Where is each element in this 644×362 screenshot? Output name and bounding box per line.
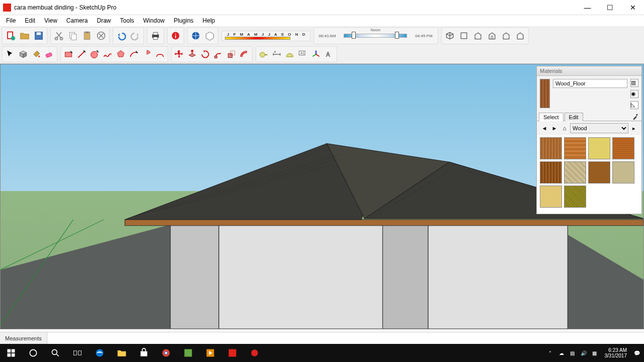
menu-plugins[interactable]: Plugins bbox=[170, 16, 197, 25]
save-file-button[interactable] bbox=[32, 29, 46, 43]
menu-tools[interactable]: Tools bbox=[116, 16, 138, 25]
line-tool[interactable] bbox=[75, 48, 88, 61]
menu-draw[interactable]: Draw bbox=[93, 16, 115, 25]
taskbar-chrome[interactable] bbox=[155, 344, 177, 362]
tape-measure-tool[interactable] bbox=[257, 48, 270, 61]
redo-button[interactable] bbox=[128, 29, 142, 43]
material-swatch[interactable] bbox=[540, 137, 562, 159]
3d-text-tool[interactable] bbox=[323, 48, 336, 61]
left-view-button[interactable] bbox=[513, 29, 527, 43]
material-swatch[interactable] bbox=[612, 161, 634, 184]
material-name-input[interactable] bbox=[553, 79, 627, 88]
cut-button[interactable] bbox=[52, 29, 66, 43]
3d-warehouse-button[interactable] bbox=[203, 29, 217, 43]
undo-button[interactable] bbox=[114, 29, 128, 43]
menu-help[interactable]: Help bbox=[199, 16, 219, 25]
copy-button[interactable] bbox=[66, 29, 80, 43]
taskbar-edge[interactable] bbox=[89, 344, 111, 362]
display-secondary-pane-button[interactable]: ▥ bbox=[630, 79, 638, 87]
dimensions-tool[interactable] bbox=[270, 48, 283, 61]
default-material-button[interactable]: ◺ bbox=[630, 101, 638, 109]
taskbar-media[interactable] bbox=[199, 344, 221, 362]
material-swatch[interactable] bbox=[588, 161, 610, 184]
eraser-tool[interactable] bbox=[43, 48, 56, 61]
followme-tool[interactable] bbox=[212, 48, 225, 61]
arc-tool[interactable] bbox=[127, 48, 140, 61]
delete-button[interactable] bbox=[94, 29, 108, 43]
move-tool[interactable] bbox=[173, 48, 186, 61]
text-tool[interactable]: A1 bbox=[296, 48, 309, 61]
protractor-tool[interactable] bbox=[283, 48, 296, 61]
scale-tool[interactable] bbox=[225, 48, 238, 61]
materials-tab-edit[interactable]: Edit bbox=[565, 113, 583, 121]
make-component-tool[interactable] bbox=[17, 48, 30, 61]
material-swatch[interactable] bbox=[564, 161, 586, 184]
library-menu-button[interactable]: ▸ bbox=[629, 124, 638, 133]
nav-home-button[interactable]: ⌂ bbox=[560, 124, 569, 133]
select-tool[interactable] bbox=[4, 48, 17, 61]
close-button[interactable]: ✕ bbox=[621, 0, 644, 15]
tray-onedrive-icon[interactable]: ☁ bbox=[557, 349, 566, 357]
taskbar-explorer[interactable] bbox=[111, 344, 133, 362]
maximize-button[interactable]: ☐ bbox=[599, 0, 621, 15]
new-file-button[interactable] bbox=[4, 29, 18, 43]
menu-view[interactable]: View bbox=[40, 16, 61, 25]
taskbar-store[interactable] bbox=[133, 344, 155, 362]
print-button[interactable] bbox=[148, 29, 163, 43]
material-swatch[interactable] bbox=[564, 137, 586, 159]
tray-clock[interactable]: 6:23 AM 3/31/2017 bbox=[602, 347, 630, 358]
nav-forward-button[interactable]: ► bbox=[550, 124, 559, 133]
tray-volume-icon[interactable]: 🔊 bbox=[580, 349, 588, 357]
polygon-tool[interactable] bbox=[114, 48, 127, 61]
rotate-tool[interactable] bbox=[199, 48, 212, 61]
start-button[interactable] bbox=[0, 344, 22, 362]
model-info-button[interactable] bbox=[169, 29, 183, 43]
menu-window[interactable]: Window bbox=[139, 16, 169, 25]
open-file-button[interactable] bbox=[18, 29, 32, 43]
tray-chevron-up-icon[interactable]: ˄ bbox=[546, 349, 554, 357]
circle-tool[interactable] bbox=[88, 48, 101, 61]
front-view-button[interactable] bbox=[471, 29, 485, 43]
measurements-input[interactable] bbox=[47, 332, 644, 344]
axes-tool[interactable] bbox=[309, 48, 323, 61]
cortana-button[interactable] bbox=[22, 344, 44, 362]
material-swatch[interactable] bbox=[588, 137, 610, 159]
task-view-button[interactable] bbox=[66, 344, 89, 362]
nav-back-button[interactable]: ◄ bbox=[540, 124, 549, 133]
pushpull-tool[interactable] bbox=[186, 48, 199, 61]
tray-language-icon[interactable]: ▦ bbox=[591, 349, 599, 357]
sample-paint-button[interactable] bbox=[631, 113, 639, 121]
minimize-button[interactable]: — bbox=[576, 0, 599, 15]
menu-edit[interactable]: Edit bbox=[21, 16, 39, 25]
taskbar-recorder[interactable] bbox=[244, 344, 266, 362]
rectangle-tool[interactable] bbox=[62, 48, 75, 61]
taskbar-sketchup[interactable] bbox=[221, 344, 244, 362]
material-library-select[interactable]: Wood bbox=[570, 123, 628, 133]
right-view-button[interactable] bbox=[485, 29, 499, 43]
current-material-swatch[interactable] bbox=[540, 79, 550, 108]
back-view-button[interactable] bbox=[499, 29, 513, 43]
material-swatch[interactable] bbox=[540, 186, 562, 208]
menu-camera[interactable]: Camera bbox=[62, 16, 92, 25]
month-slider[interactable]: J F M A M J J A S O N D bbox=[225, 32, 307, 40]
material-swatch[interactable] bbox=[612, 137, 634, 159]
taskbar-app-green[interactable] bbox=[177, 344, 199, 362]
menu-file[interactable]: File bbox=[2, 16, 20, 25]
paste-button[interactable] bbox=[80, 29, 94, 43]
search-button[interactable] bbox=[44, 344, 66, 362]
materials-panel-title[interactable]: Materials bbox=[537, 66, 641, 76]
create-material-button[interactable]: ◉ bbox=[630, 90, 638, 98]
material-swatch[interactable] bbox=[540, 161, 562, 184]
tray-network-icon[interactable]: ▤ bbox=[569, 349, 577, 357]
3pt-arc-tool[interactable] bbox=[153, 48, 167, 61]
materials-tab-select[interactable]: Select bbox=[539, 113, 564, 121]
time-slider[interactable]: Noon bbox=[338, 29, 413, 43]
extension-warehouse-button[interactable] bbox=[189, 29, 203, 43]
freehand-tool[interactable] bbox=[101, 48, 114, 61]
tray-notifications-icon[interactable]: 💬 bbox=[633, 349, 641, 357]
top-view-button[interactable] bbox=[457, 29, 471, 43]
pie-tool[interactable] bbox=[140, 48, 153, 61]
material-swatch[interactable] bbox=[564, 186, 586, 208]
offset-tool[interactable] bbox=[238, 48, 251, 61]
paint-bucket-tool[interactable] bbox=[30, 48, 43, 61]
